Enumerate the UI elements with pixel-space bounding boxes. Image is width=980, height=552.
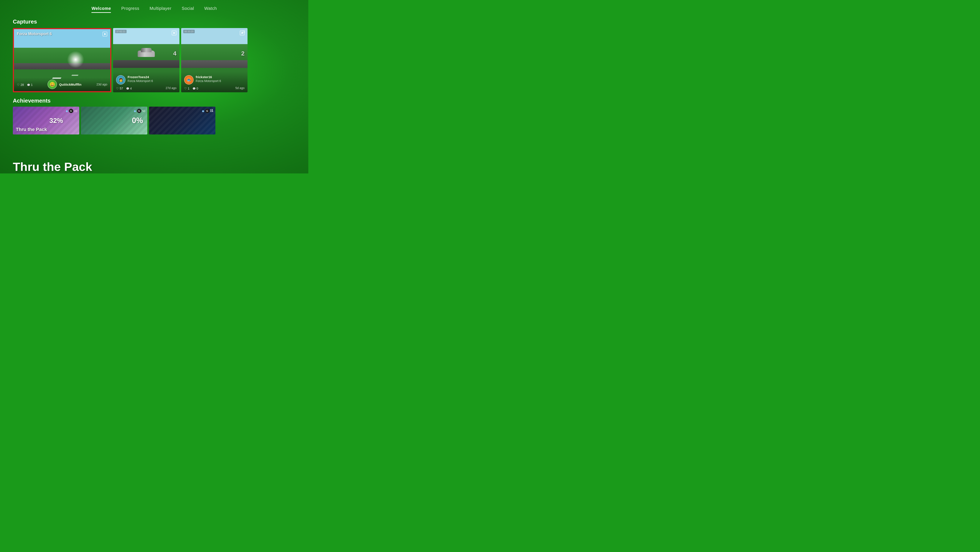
user-info-frickster: frickster16 Forza Motorsport 6: [196, 75, 221, 83]
stats-featured: 28 1: [17, 83, 33, 86]
progress-pct-1: 32%: [49, 117, 63, 125]
achievements-row: ◆ G 20 32% Thru the Pack ◆ G 50 0%: [13, 107, 296, 134]
comment-icon-featured: [27, 83, 30, 86]
comment-icon-frickster: [192, 87, 196, 90]
heart-icon-featured: [17, 83, 20, 86]
g-icon-2: G: [137, 109, 141, 113]
user-row-featured: 28 1 😀 QuiiiickMufffin 23d ago: [17, 80, 107, 89]
achievements-section: Achievements ◆ G 20 32% Thru the Pack ◆ …: [13, 97, 296, 134]
likes-count-featured: 28: [21, 83, 24, 86]
comment-icon-frozen: [126, 87, 129, 90]
game-title-featured: Forza Motorsport 6: [17, 32, 52, 36]
achievement-card-3[interactable]: ◆ G 15: [149, 107, 215, 134]
user-section-frozen-toes: 👩 FrozenToes24 Forza Motorsport 6: [116, 75, 177, 84]
road-marking-2: [72, 75, 79, 76]
user-section-frickster: 🐟 frickster16 Forza Motorsport 6: [184, 75, 245, 84]
heart-icon-frozen: [116, 87, 119, 90]
card-bottom-frozen-toes: 👩 FrozenToes24 Forza Motorsport 6 57 4: [113, 71, 180, 92]
game-title-frickster: Forza Motorsport 6: [196, 79, 221, 83]
nav-item-progress[interactable]: Progress: [121, 6, 139, 13]
nav-item-multiplayer[interactable]: Multiplayer: [150, 6, 171, 13]
play-icon-frozen-toes[interactable]: [172, 30, 177, 35]
captures-section-title: Captures: [13, 18, 296, 25]
comments-frozen-toes: 4: [126, 87, 132, 90]
capture-card-frozen-toes[interactable]: 37:62:21 4 👩 FrozenToes24 Forza Motorspo…: [113, 28, 180, 92]
badge-achievement-2: ◆ G 50: [134, 109, 145, 113]
captures-row: Forza Motorsport 6 28 1 😀: [13, 28, 296, 92]
diamond-icon-3: ◆: [202, 109, 204, 113]
username-frickster: frickster16: [196, 75, 221, 79]
timer-frickster: 00:33:20: [183, 30, 195, 33]
comments-count-featured: 1: [31, 83, 33, 86]
capture-card-frickster[interactable]: 00:33:20 2 🐟 frickster16 Forza Motorspor…: [181, 28, 248, 92]
likes-count-frozen-toes: 57: [120, 87, 123, 90]
play-icon-featured[interactable]: [103, 32, 107, 37]
achievements-section-title: Achievements: [13, 97, 296, 104]
progress-pct-2: 0%: [132, 116, 143, 125]
achievement-large-title-area: Thru the Pack: [13, 160, 92, 173]
g-icon-3: G: [205, 109, 209, 113]
timestamp-featured: 23d ago: [96, 83, 107, 86]
timestamp-frickster: 5d ago: [235, 86, 245, 90]
stats-row-frickster: 1 0 5d ago: [184, 86, 245, 90]
glare-effect: [67, 51, 84, 68]
username-featured: QuiiiickMufffin: [59, 83, 81, 86]
avatar-featured: 😀: [48, 80, 57, 89]
diamond-icon-1: ◆: [66, 109, 68, 113]
nav-item-watch[interactable]: Watch: [204, 6, 217, 13]
game-title-frozen-toes: Forza Motorsport 6: [127, 79, 153, 83]
capture-card-featured[interactable]: Forza Motorsport 6 28 1 😀: [13, 28, 111, 92]
diamond-icon-2: ◆: [134, 109, 136, 113]
g-value-2: 50: [142, 110, 145, 113]
nav-item-welcome[interactable]: Welcome: [91, 6, 111, 13]
heart-icon-frickster: [184, 87, 187, 90]
likes-stat-featured: 28: [17, 83, 24, 86]
comments-count-frickster: 0: [197, 87, 198, 90]
comments-stat-featured: 1: [27, 83, 33, 86]
stats-row-frozen-toes: 57 4 27d ago: [116, 86, 177, 90]
achievement-card-2[interactable]: ◆ G 50 0%: [81, 107, 147, 134]
card-number-frickster: 2: [241, 50, 245, 57]
comments-count-frozen-toes: 4: [130, 87, 132, 90]
more-dots-achievement-3[interactable]: [210, 109, 213, 111]
g-icon-1: G: [69, 109, 73, 113]
achievement-card-thru-the-pack[interactable]: ◆ G 20 32% Thru the Pack: [13, 107, 79, 134]
more-dots-frickster[interactable]: [243, 30, 245, 33]
badge-thru-the-pack: ◆ G 20: [66, 109, 77, 113]
stats-frickster: 1 0: [184, 87, 198, 90]
comments-frickster: 0: [192, 87, 198, 90]
user-section-featured: 😀 QuiiiickMufffin: [48, 80, 81, 89]
avatar-frickster: 🐟: [184, 75, 194, 84]
card-bottom-frickster: 🐟 frickster16 Forza Motorsport 6 1 0: [181, 71, 248, 92]
g-value-1: 20: [74, 110, 77, 113]
avatar-frozen-toes: 👩: [116, 75, 126, 84]
card-number-frozen-toes: 4: [173, 50, 177, 57]
card-bottom-featured: 28 1 😀 QuiiiickMufffin 23d ago: [14, 78, 110, 91]
likes-count-frickster: 1: [188, 87, 189, 90]
likes-frickster: 1: [184, 87, 189, 90]
nav-item-social[interactable]: Social: [182, 6, 194, 13]
stats-frozen-toes: 57 4: [116, 87, 132, 90]
achievement-large-title: Thru the Pack: [13, 160, 92, 173]
car-shape-1: [138, 51, 155, 57]
user-info-frozen-toes: FrozenToes24 Forza Motorsport 6: [127, 75, 153, 83]
username-frozen-toes: FrozenToes24: [127, 75, 153, 79]
achievement-title-1: Thru the Pack: [16, 127, 47, 132]
timestamp-frozen-toes: 27d ago: [165, 86, 177, 90]
likes-frozen-toes: 57: [116, 87, 123, 90]
timer-frozen-toes: 37:62:21: [115, 30, 127, 33]
main-nav: Welcome Progress Multiplayer Social Watc…: [0, 0, 308, 16]
